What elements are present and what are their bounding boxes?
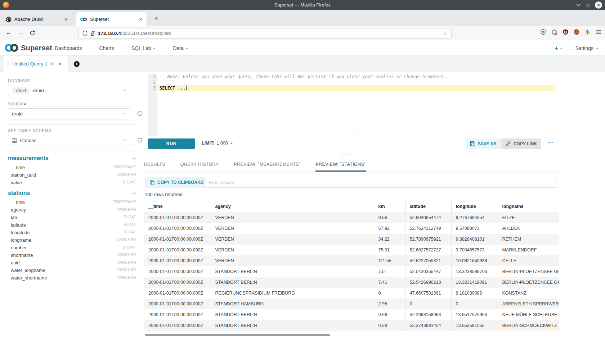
nav-dashboards[interactable]: Dashboards xyxy=(55,45,82,51)
tracking-shield-icon[interactable] xyxy=(82,31,88,36)
limit-dropdown[interactable]: LIMIT: 1 000 xyxy=(202,141,233,146)
chevron-down-icon xyxy=(185,48,188,49)
collapse-caret-icon[interactable] xyxy=(132,157,136,160)
table-cell: BERLIN-PLOETZENSEE UP xyxy=(498,266,559,277)
tab-close-icon[interactable]: × xyxy=(64,16,68,22)
window-maximize-button[interactable]: ◇ xyxy=(584,1,591,9)
table-cell: 52.6227055321 xyxy=(405,255,451,266)
superset-logo[interactable]: Superset xyxy=(4,43,52,53)
browser-tab-apache-druid[interactable]: Apache Druid × xyxy=(2,12,72,26)
window-minimize-button[interactable] xyxy=(575,1,582,9)
horizontal-scrollbar[interactable] xyxy=(145,334,330,336)
table-schema-header[interactable]: stations xyxy=(8,190,136,196)
table-row[interactable]: 2000-01-01T00:00:00.000ZSTANDORT BERLIN9… xyxy=(144,309,559,320)
extension-ublock-icon[interactable] xyxy=(563,29,568,35)
copy-link-button[interactable]: COPY LINK xyxy=(501,138,541,149)
extension-mask-icon[interactable] xyxy=(551,29,557,35)
url-bar[interactable]: 172.18.0.4:32251/superset/sqllab/ ☆ xyxy=(79,28,452,38)
table-cell: 9.2767694354 xyxy=(451,212,498,223)
results-tab-preview-stations[interactable]: PREVIEW: `STATIONS` xyxy=(315,162,366,172)
results-tab-query-history[interactable]: QUERY HISTORY xyxy=(180,162,219,172)
column-header-longitude[interactable]: longitude xyxy=(451,201,498,212)
nav-charts[interactable]: Charts xyxy=(99,45,114,51)
pane-resize-handle[interactable] xyxy=(341,153,352,156)
table-row[interactable]: 2000-01-01T00:00:00.000ZVERDEN111.5552.6… xyxy=(144,255,559,266)
table-header-row: __timeagencykmlatitudelongitudelongname xyxy=(144,201,559,212)
table-row[interactable]: 2000-01-01T00:00:00.000ZSTANDORT BERLIN7… xyxy=(144,277,559,288)
column-type: TIMESTAMP xyxy=(113,200,136,205)
table-cell: 13.3231419091 xyxy=(451,277,498,288)
tab-label: Apache Druid xyxy=(14,17,61,22)
extension-snowflake-icon[interactable] xyxy=(585,29,591,35)
table-schema-header[interactable]: measurements xyxy=(8,155,136,161)
table-cell: 2000-01-01T00:00:00.000Z xyxy=(144,212,211,223)
settings-menu[interactable]: Settings xyxy=(575,45,599,51)
table-row[interactable]: 2000-01-01T00:00:00.000ZSTANDORT HAMBURG… xyxy=(144,299,559,309)
column-type: VARCHAR xyxy=(117,252,136,258)
table-row[interactable]: 2000-01-01T00:00:00.000ZSTANDORT BERLIN7… xyxy=(144,266,559,277)
table-row[interactable]: 2000-01-01T00:00:00.000ZSTANDORT BERLIN0… xyxy=(144,320,559,331)
table-cell: 52.5436996213 xyxy=(405,277,451,288)
table-cell: 52.7624312749 xyxy=(405,223,451,234)
column-header-latitude[interactable]: latitude xyxy=(405,201,451,212)
insecure-lock-icon[interactable] xyxy=(90,31,95,36)
column-header-km[interactable]: km xyxy=(374,201,405,212)
extension-shield-v-icon[interactable] xyxy=(540,29,546,35)
firefox-window: Superset — Mozilla Firefox ◇ × Apache Dr… xyxy=(0,0,605,364)
tab-close-icon[interactable]: × xyxy=(138,16,143,22)
window-close-button[interactable]: × xyxy=(595,1,602,9)
column-header-agency[interactable]: agency xyxy=(211,201,374,212)
results-tab-results[interactable]: RESULTS xyxy=(144,162,165,172)
nav-data[interactable]: Data xyxy=(173,45,188,51)
new-query-tab-button[interactable]: + xyxy=(68,56,85,72)
table-cell: 111.55 xyxy=(374,255,405,266)
run-button[interactable]: RUN xyxy=(148,138,195,149)
back-button[interactable]: ← xyxy=(6,29,12,36)
more-options-button[interactable]: ··· xyxy=(547,140,554,145)
extension-cookie-icon[interactable] xyxy=(574,29,579,35)
table-cell: 0 xyxy=(451,299,498,309)
reload-button[interactable] xyxy=(30,30,35,36)
link-icon xyxy=(505,141,511,147)
query-tab-close-icon[interactable]: × xyxy=(59,61,62,67)
schema-select[interactable]: druid xyxy=(8,108,130,119)
bookmark-star-icon[interactable]: ☆ xyxy=(443,30,448,37)
table-row[interactable]: 2000-01-01T00:00:00.000ZVERDEN34.2252.78… xyxy=(144,234,559,245)
table-row[interactable]: 2000-01-01T00:00:00.000ZVERDEN9.5652.904… xyxy=(144,212,559,223)
schema-value: druid xyxy=(12,111,23,117)
query-tab-untitled[interactable]: Untitled Query 1 × xyxy=(4,56,68,72)
nav-sql-lab[interactable]: SQL Lab xyxy=(131,45,156,51)
browser-tab-superset[interactable]: Superset × xyxy=(76,12,147,26)
table-row[interactable]: 2000-01-01T00:00:00.000ZVERDEN75.9152.68… xyxy=(144,245,559,255)
forward-button[interactable]: → xyxy=(18,29,24,36)
editor-code-line[interactable] xyxy=(157,79,556,85)
database-select[interactable]: druid druid xyxy=(8,85,130,96)
column-type: VARCHAR xyxy=(117,172,136,178)
filter-results-input[interactable] xyxy=(205,177,556,188)
query-tab-strip: Untitled Query 1 × + xyxy=(0,56,605,72)
refresh-schema-icon[interactable] xyxy=(137,111,143,117)
url-text[interactable]: 172.18.0.4:32251/superset/sqllab/ xyxy=(98,31,440,36)
collapse-caret-icon[interactable] xyxy=(132,192,136,195)
results-tab-preview-measurements[interactable]: PREVIEW: `MEASUREMENTS` xyxy=(234,162,300,172)
table-select[interactable]: stations xyxy=(8,135,130,146)
table-row[interactable]: 2000-01-01T00:00:00.000ZVERDEN57.9252.76… xyxy=(144,223,559,234)
table-cell: 2000-01-01T00:00:00.000Z xyxy=(144,320,211,331)
editor-code-line[interactable]: -- Note: Unless you save your query, the… xyxy=(157,74,556,79)
copy-to-clipboard-button[interactable]: COPY TO CLIPBOARD xyxy=(145,177,209,188)
column-header-__time[interactable]: __time xyxy=(144,201,211,212)
add-new-button[interactable]: + xyxy=(554,44,563,52)
column-type: VARCHAR xyxy=(117,237,136,243)
sql-editor[interactable]: 1-- Note: Unless you save your query, th… xyxy=(148,74,556,136)
new-tab-button[interactable]: + xyxy=(154,15,158,22)
table-row[interactable]: 2000-01-01T00:00:00.000ZREGIERUNGSPRÄSID… xyxy=(144,288,559,299)
menu-hamburger-icon[interactable] xyxy=(596,29,601,35)
editor-line-number: 1 xyxy=(148,74,156,79)
refresh-table-icon[interactable] xyxy=(137,137,143,143)
drag-dots-icon[interactable] xyxy=(7,62,9,67)
column-header-longname[interactable]: longname xyxy=(498,201,559,212)
table-cell: 2000-01-01T00:00:00.000Z xyxy=(144,277,211,288)
column-name: station_uuid xyxy=(11,172,36,178)
editor-code-line[interactable]: SELECT ... xyxy=(157,85,556,91)
save-as-button[interactable]: SAVE AS xyxy=(466,138,501,149)
